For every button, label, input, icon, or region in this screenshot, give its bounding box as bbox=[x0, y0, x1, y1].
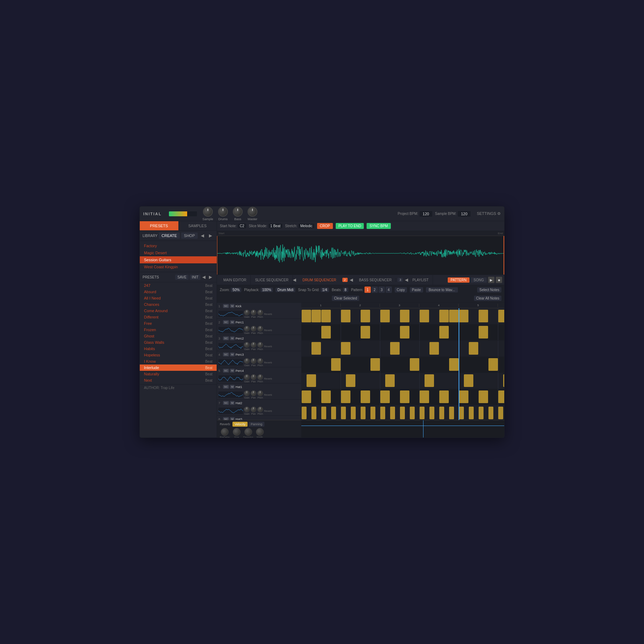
drum-grid[interactable]: 12345678 bbox=[301, 303, 504, 420]
pitch-knob-hat2[interactable] bbox=[257, 407, 263, 412]
grid-note[interactable] bbox=[479, 407, 484, 419]
sc-btn-hat3[interactable]: SC bbox=[223, 417, 229, 420]
init-button[interactable]: INIT bbox=[190, 275, 201, 280]
grid-note[interactable] bbox=[429, 342, 439, 355]
pan-knob-perc3[interactable] bbox=[251, 358, 256, 364]
tab-slice-seq[interactable]: SLICE SEQUENCER bbox=[251, 275, 293, 285]
grid-note[interactable] bbox=[498, 390, 504, 403]
nav-prev[interactable]: ◀ bbox=[199, 232, 206, 239]
grid-note[interactable] bbox=[449, 310, 459, 322]
grid-note[interactable] bbox=[488, 407, 493, 419]
grid-note[interactable] bbox=[302, 390, 311, 403]
preset-item-next[interactable]: NextBeat bbox=[140, 377, 217, 383]
pitch-knob-perc3[interactable] bbox=[257, 358, 263, 364]
preset-item-free[interactable]: FreeBeat bbox=[140, 320, 217, 327]
preset-item-ghost[interactable]: GhostBeat bbox=[140, 333, 217, 339]
song-mode-button[interactable]: SONG bbox=[471, 277, 487, 283]
grid-note[interactable] bbox=[503, 374, 504, 387]
beats-value[interactable]: 8 bbox=[343, 288, 348, 292]
copy-button[interactable]: Copy bbox=[395, 287, 407, 293]
m-btn-hat3[interactable]: M bbox=[230, 417, 235, 420]
grid-note[interactable] bbox=[449, 358, 459, 371]
preset-item-come-around[interactable]: Come AroundBeat bbox=[140, 308, 217, 314]
drum-arrow[interactable]: ◀ bbox=[350, 277, 353, 282]
grid-note[interactable] bbox=[498, 407, 503, 419]
library-btn-create[interactable]: CREATE bbox=[159, 232, 180, 239]
pitch-knob-hat1[interactable] bbox=[257, 390, 263, 396]
reverb-btn-hat1[interactable]: Reverb bbox=[264, 394, 272, 396]
m-btn-perc4[interactable]: M bbox=[230, 369, 235, 373]
grid-row-0[interactable] bbox=[301, 308, 504, 324]
gain-knob-perc2[interactable] bbox=[244, 342, 250, 348]
grid-note[interactable] bbox=[420, 310, 429, 322]
m-btn-perc3[interactable]: M bbox=[230, 353, 235, 356]
tab-main-editor[interactable]: MAIN EDITOR bbox=[219, 275, 251, 285]
library-item-magic[interactable]: Magic Desert bbox=[140, 249, 217, 256]
bounce-button[interactable]: Bounce to Wav... bbox=[426, 287, 458, 293]
grid-note[interactable] bbox=[311, 407, 316, 419]
grid-note[interactable] bbox=[410, 358, 419, 371]
m-btn-perc2[interactable]: M bbox=[230, 336, 235, 340]
grid-note[interactable] bbox=[341, 342, 350, 355]
grid-row-1[interactable] bbox=[301, 324, 504, 341]
pan-knob-perc2[interactable] bbox=[251, 342, 256, 348]
tab-bass-seq[interactable]: BASS SEQUENCER bbox=[355, 278, 396, 282]
pitch-knob-perc1[interactable] bbox=[257, 326, 263, 331]
grid-note[interactable] bbox=[498, 310, 504, 322]
grid-note[interactable] bbox=[479, 326, 488, 339]
m-btn-hat1[interactable]: M bbox=[230, 385, 235, 389]
grid-note[interactable] bbox=[307, 374, 316, 387]
gain-knob-perc4[interactable] bbox=[244, 374, 250, 380]
reverb-btn-perc2[interactable]: Reverb bbox=[264, 345, 272, 348]
pitch-knob-kick[interactable] bbox=[257, 310, 263, 315]
m-btn-perc1[interactable]: M bbox=[230, 320, 235, 324]
grid-note[interactable] bbox=[311, 342, 321, 355]
reverb-btn-hat2[interactable]: Reverb bbox=[264, 410, 272, 412]
sync-bpm-button[interactable]: SYNC BPM bbox=[367, 223, 390, 229]
gain-knob-kick[interactable] bbox=[244, 310, 250, 315]
preset-item-chances[interactable]: ChancesBeat bbox=[140, 301, 217, 308]
grid-note[interactable] bbox=[439, 407, 444, 419]
grid-note[interactable] bbox=[410, 407, 415, 419]
grid-note[interactable] bbox=[390, 407, 395, 419]
grid-note[interactable] bbox=[321, 310, 331, 322]
library-item-west[interactable]: West Coast Kingpin bbox=[140, 263, 217, 270]
save-button[interactable]: SAVE bbox=[175, 275, 189, 280]
bass-knob[interactable] bbox=[233, 207, 243, 217]
reverb-btn-perc1[interactable]: Reverb bbox=[264, 329, 272, 331]
gain-knob-hat1[interactable] bbox=[244, 390, 250, 396]
grid-row-3[interactable] bbox=[301, 357, 504, 373]
waveform-display[interactable] bbox=[217, 236, 504, 275]
grid-note[interactable] bbox=[370, 407, 375, 419]
play-button[interactable]: ▶ bbox=[488, 277, 494, 283]
grid-note[interactable] bbox=[390, 342, 400, 355]
reverb-btn-perc3[interactable]: Reverb bbox=[264, 361, 272, 364]
grid-note[interactable] bbox=[400, 326, 409, 339]
grid-note[interactable] bbox=[459, 390, 468, 403]
sc-btn-perc2[interactable]: SC bbox=[223, 336, 229, 340]
grid-note[interactable] bbox=[459, 310, 468, 322]
predelay-knob[interactable] bbox=[221, 428, 229, 436]
damping-knob[interactable] bbox=[244, 428, 252, 436]
library-item-factory[interactable]: Factory bbox=[140, 242, 217, 249]
pan-knob-hat1[interactable] bbox=[251, 390, 256, 396]
grid-note[interactable] bbox=[469, 407, 474, 419]
pan-knob-perc4[interactable] bbox=[251, 374, 256, 380]
grid-note[interactable] bbox=[341, 310, 350, 322]
sc-btn-kick[interactable]: SC bbox=[223, 304, 229, 308]
grid-note[interactable] bbox=[429, 407, 434, 419]
pan-knob-kick[interactable] bbox=[251, 310, 256, 315]
grid-note[interactable] bbox=[425, 374, 434, 387]
grid-note[interactable] bbox=[346, 374, 355, 387]
pan-knob-perc1[interactable] bbox=[251, 326, 256, 331]
grid-note[interactable] bbox=[311, 310, 321, 322]
grid-note[interactable] bbox=[341, 390, 350, 403]
grid-note[interactable] bbox=[361, 407, 366, 419]
zoom-value[interactable]: 50% bbox=[231, 288, 241, 292]
grid-note[interactable] bbox=[331, 407, 336, 419]
grid-note[interactable] bbox=[321, 390, 331, 403]
grid-note[interactable] bbox=[351, 407, 356, 419]
pat-btn-2[interactable]: 2 bbox=[372, 287, 378, 293]
sample-bpm-value[interactable]: 120 bbox=[458, 211, 471, 217]
stretch-value[interactable]: Melodic bbox=[298, 224, 314, 228]
